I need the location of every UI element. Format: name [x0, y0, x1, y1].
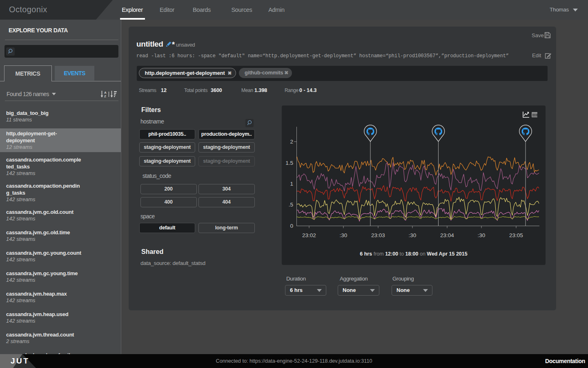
svg-text:0: 0	[290, 223, 293, 229]
svg-text:Z: Z	[104, 94, 106, 98]
svg-text::30: :30	[478, 232, 486, 238]
svg-text:23:03: 23:03	[371, 232, 385, 238]
svg-text::30: :30	[409, 232, 416, 238]
svg-text:1.5: 1.5	[285, 160, 293, 166]
svg-text:.5: .5	[289, 202, 293, 208]
svg-text:2: 2	[290, 139, 293, 145]
svg-text:23:04: 23:04	[440, 232, 454, 238]
svg-text:1: 1	[290, 181, 293, 187]
svg-text:A: A	[104, 91, 107, 94]
svg-text::30: :30	[340, 232, 347, 238]
svg-text:23:02: 23:02	[302, 232, 316, 238]
svg-text:23:05: 23:05	[509, 232, 523, 238]
